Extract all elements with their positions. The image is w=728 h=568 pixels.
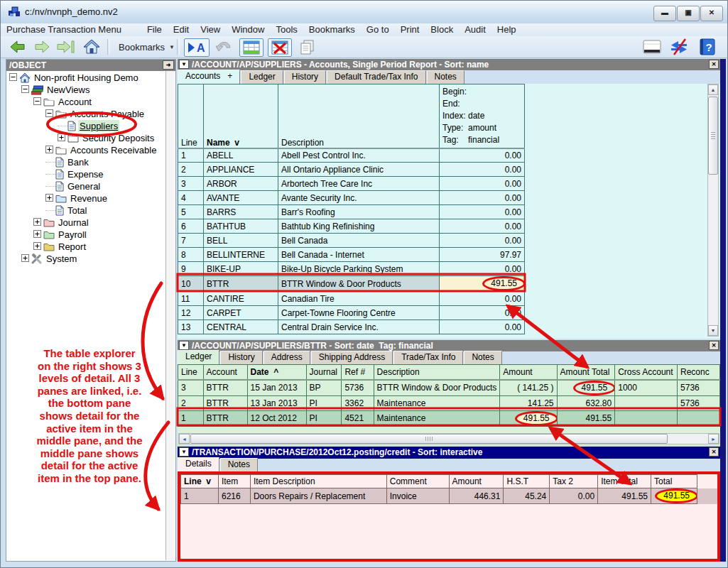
ledger-row-3[interactable]: 3BTTR15 Jan 2013BP5736BTTR Window & Door… (178, 380, 720, 396)
tree-detach-icon[interactable]: ➜ (163, 60, 174, 70)
tab-shipping-address[interactable]: Shipping Address (311, 351, 393, 364)
delete-table-icon[interactable] (268, 38, 292, 57)
pane-menu-icon[interactable]: ▼ (179, 447, 189, 457)
tab-accounts[interactable]: Accounts + (178, 70, 240, 84)
tab-ledger[interactable]: Ledger (241, 70, 283, 84)
scroll-left-icon[interactable]: ◄ (179, 434, 190, 444)
tree-item-expense[interactable]: Expense (6, 168, 166, 180)
collapse-icon[interactable] (33, 96, 41, 108)
bookmarks-dropdown[interactable]: Bookmarks▼ (113, 38, 180, 55)
help-icon[interactable]: ? (697, 38, 717, 55)
window-icon[interactable] (642, 38, 662, 55)
menu-file[interactable]: File (141, 23, 168, 36)
expand-icon[interactable] (33, 241, 41, 253)
menu-print[interactable]: Print (395, 23, 425, 36)
expand-icon[interactable] (33, 217, 41, 229)
menu-tools[interactable]: Tools (270, 23, 303, 36)
column-name-sort[interactable]: Name v (204, 84, 278, 148)
tree-item-general[interactable]: General (6, 180, 166, 192)
horizontal-scrollbar[interactable]: ◄ ► (178, 433, 719, 444)
supplier-row-bike-up[interactable]: 9BIKE-UPBike-Up Bicycle Parking System0.… (178, 262, 525, 276)
ledger-row-2[interactable]: 2BTTR13 Jan 2013PI3362Maintenance141.256… (178, 395, 720, 410)
menu-block[interactable]: Block (425, 23, 459, 36)
tree-item-payroll[interactable]: Payroll (6, 229, 166, 241)
collapse-icon[interactable] (9, 72, 17, 84)
collapse-icon[interactable] (45, 108, 53, 120)
menu-audit[interactable]: Audit (459, 23, 491, 36)
menu-help[interactable]: Help (491, 23, 522, 36)
expand-icon[interactable] (33, 229, 41, 241)
supplier-row-appliance[interactable]: 2APPLIANCEAll Ontario Appliance Clinic0.… (178, 163, 525, 177)
undo-icon[interactable] (214, 38, 234, 55)
scroll-down-icon[interactable]: ▼ (708, 325, 718, 336)
pane-close-icon[interactable]: ✕ (709, 341, 719, 350)
collapse-icon[interactable] (21, 84, 29, 96)
transaction-row[interactable]: 1 6216 Doors Repairs / Replacement Invoi… (181, 488, 717, 504)
tree-item-accounts-receivable[interactable]: Accounts Receivable (6, 144, 166, 156)
tab-address[interactable]: Address (264, 351, 310, 364)
tab-notes[interactable]: Notes (427, 70, 464, 84)
scrollbar-thumb[interactable] (190, 434, 668, 444)
supplier-row-bellinterne[interactable]: 8BELLINTERNEBell Canada - Internet97.97 (178, 248, 525, 262)
menu-bookmarks[interactable]: Bookmarks (303, 23, 361, 36)
scroll-up-icon[interactable]: ▲ (708, 84, 718, 95)
supplier-row-cantire[interactable]: 11CANTIRECanadian Tire0.00 (178, 292, 525, 306)
back-icon[interactable] (8, 38, 28, 55)
forward-end-icon[interactable] (56, 38, 76, 55)
minimize-button[interactable]: ▬ (653, 6, 676, 21)
vertical-scrollbar[interactable]: ▲ ▼ (707, 84, 719, 337)
tab-trade-tax-info[interactable]: Trade/Tax Info (393, 351, 463, 364)
tree-item-non-profit-housing-demo[interactable]: Non-profit Housing Demo (6, 72, 166, 84)
menu-purchase-transaction[interactable]: Purchase Transaction Menu (1, 23, 127, 36)
tab-history[interactable]: History (220, 351, 262, 364)
pane-menu-icon[interactable]: ▼ (179, 60, 189, 69)
tab-details[interactable]: Details (178, 457, 219, 471)
tab-notes[interactable]: Notes (220, 458, 258, 471)
tree-item-bank[interactable]: Bank (6, 156, 166, 168)
tab-default-trade-tax[interactable]: Default Trade/Tax Info (327, 70, 425, 84)
expand-icon[interactable] (58, 132, 65, 144)
tree-scrollbar[interactable] (165, 71, 175, 560)
scrollbar-thumb[interactable] (708, 97, 718, 175)
tree-item-revenue[interactable]: Revenue (6, 192, 166, 204)
total-cell[interactable]: 491.55 (651, 488, 697, 504)
maximize-button[interactable]: ▣ (677, 6, 700, 21)
close-button[interactable]: ✕ (700, 6, 723, 21)
tree-item-total[interactable]: Total (6, 204, 166, 217)
copy-icon[interactable] (298, 38, 317, 55)
no-sync-icon[interactable] (669, 38, 689, 55)
supplier-row-bell[interactable]: 7BELLBell Canada0.00 (178, 234, 525, 248)
tree-item-suppliers[interactable]: Suppliers (6, 120, 166, 132)
forward-icon[interactable] (32, 38, 52, 55)
tree-item-system[interactable]: System (6, 253, 166, 265)
tree-item-newviews[interactable]: NewViews (6, 84, 166, 96)
scroll-right-icon[interactable]: ► (708, 434, 719, 444)
tree-item-security-deposits[interactable]: Security Deposits (6, 132, 166, 144)
tree-item-report[interactable]: Report (6, 241, 166, 253)
supplier-row-bttr[interactable]: 10BTTRBTTR Window & Door Products491.55 (178, 276, 525, 292)
menu-goto[interactable]: Go to (361, 23, 395, 36)
expand-icon[interactable] (21, 253, 29, 265)
tree-item-account[interactable]: Account (6, 96, 166, 108)
menu-window[interactable]: Window (226, 23, 270, 36)
tree-item-accounts-payable[interactable]: Accounts Payable (6, 108, 166, 120)
supplier-row-avante[interactable]: 4AVANTEAvante Security Inc.0.00 (178, 191, 525, 205)
pane-close-icon[interactable]: ✕ (709, 447, 719, 457)
column-date-sort[interactable]: Date ^ (247, 365, 306, 380)
column-line-sort[interactable]: Line v (181, 475, 219, 488)
expand-icon[interactable] (45, 144, 53, 156)
expand-icon[interactable] (45, 192, 53, 204)
supplier-row-barrs[interactable]: 5BARRSBarr's Roofing0.00 (178, 205, 525, 219)
pane-menu-icon[interactable]: ▼ (179, 341, 189, 350)
tree-item-journal[interactable]: Journal (6, 217, 166, 229)
supplier-row-central[interactable]: 13CENTRALCentral Drain Service Inc.0.00 (178, 320, 525, 334)
menu-edit[interactable]: Edit (168, 23, 195, 36)
tab-history[interactable]: History (284, 70, 326, 84)
tab-ledger[interactable]: Ledger (178, 350, 219, 364)
supplier-row-abell[interactable]: 1ABELLAbell Pest Control Inc.0.00 (178, 148, 525, 163)
new-table-icon[interactable] (239, 38, 264, 57)
supplier-row-bathtub[interactable]: 6BATHTUBBathtub King Refinishing0.00 (178, 219, 525, 234)
ledger-row-1[interactable]: 1BTTR12 Oct 2012PI4521Maintenance491.554… (178, 410, 720, 426)
supplier-row-arbor[interactable]: 3ARBORArbortech Tree Care Inc0.00 (178, 177, 525, 191)
run-block-icon[interactable]: A (184, 38, 210, 57)
